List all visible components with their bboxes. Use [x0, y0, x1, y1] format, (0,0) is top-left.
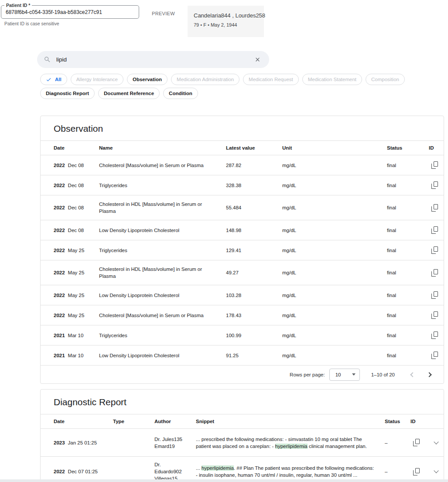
cell-date: 2022Dec 08 [54, 162, 99, 169]
cell-id [410, 437, 431, 448]
cell-name: Low Density Lipoprotein Cholesterol [99, 292, 226, 299]
diagnostic-report-row: 2023Jan 25 01:25Dr. Jules135 Emard19... … [41, 429, 444, 457]
copy-observation-id-button[interactable] [429, 330, 440, 341]
cell-date: 2023Jan 25 01:25 [54, 439, 113, 446]
pagination-range: 1–10 of 20 [371, 372, 395, 377]
filter-chip-composition[interactable]: Composition [366, 74, 405, 85]
next-page-button[interactable] [424, 369, 435, 380]
copy-report-id-button[interactable] [410, 466, 422, 477]
cell-date: 2022Dec 08 [54, 182, 99, 189]
filter-chip-label: Medication Statement [308, 77, 356, 82]
observation-row: 2022May 25Cholesterol in HDL [Mass/volum… [41, 260, 444, 285]
filter-chip-all[interactable]: All [40, 74, 67, 85]
rows-per-page-label: Rows per page: [290, 372, 325, 377]
filter-chip-medication-administration[interactable]: Medication Administration [171, 74, 239, 85]
column-header-date: Date [54, 145, 99, 150]
observation-row: 2021Mar 10Low Density Lipoprotein Choles… [41, 345, 444, 366]
column-header-author: Author [154, 419, 196, 424]
copy-observation-id-button[interactable] [429, 290, 440, 301]
cell-unit: mg/dL [282, 312, 387, 319]
filter-chip-document-reference[interactable]: Document Reference [98, 88, 160, 99]
cell-status: final [387, 182, 429, 189]
expand-row-button[interactable] [431, 437, 442, 448]
cell-id [429, 310, 444, 321]
content-copy-icon [431, 291, 438, 299]
clear-search-button[interactable] [253, 55, 263, 65]
cell-id [429, 225, 444, 236]
column-header-id: ID [410, 419, 431, 424]
cell-status: final [387, 269, 429, 276]
content-copy-icon [431, 311, 438, 319]
cell-id [429, 267, 444, 278]
patient-id-helper-text: Patient ID is case sensitive [4, 21, 59, 26]
copy-report-id-button[interactable] [410, 437, 422, 448]
cell-id [429, 290, 444, 301]
cell-date: 2022Dec 08 [54, 227, 99, 234]
patient-preview-card: Candelaria844 , Lourdes258 79 • F • May … [188, 6, 264, 37]
column-header-latest-value: Latest value [226, 145, 282, 150]
search-input[interactable] [56, 56, 253, 63]
rows-per-page-select[interactable]: 10 [329, 369, 360, 381]
cell-date: 2022Dec 07 01:25 [54, 468, 113, 475]
filter-chip-label: Diagnostic Report [46, 91, 89, 96]
copy-observation-id-button[interactable] [429, 267, 440, 278]
page-bottom-bar [0, 479, 448, 482]
snippet-highlight: hyperlipidemia [275, 444, 308, 449]
cell-name: Cholesterol in HDL [Mass/volume] in Seru… [99, 201, 226, 215]
copy-observation-id-button[interactable] [429, 225, 440, 236]
expand-row-button[interactable] [431, 466, 442, 477]
chevron-right-icon [427, 372, 431, 377]
copy-observation-id-button[interactable] [429, 160, 440, 171]
observation-row: 2022Dec 08Cholesterol [Mass/volume] in S… [41, 155, 444, 175]
cell-unit: mg/dL [282, 162, 387, 169]
cell-id [429, 180, 444, 191]
observation-row: 2022May 25Low Density Lipoprotein Choles… [41, 285, 444, 305]
filter-chip-condition[interactable]: Condition [163, 88, 198, 99]
copy-observation-id-button[interactable] [429, 202, 440, 213]
cell-status: – [385, 439, 410, 446]
snippet-highlight: hyperlipidemia [202, 465, 234, 471]
column-header-snippet: Snippet [196, 419, 385, 424]
cell-name: Low Density Lipoprotein Cholesterol [99, 352, 226, 359]
cell-status: final [387, 312, 429, 319]
search-icon [44, 56, 51, 63]
cell-unit: mg/dL [282, 269, 387, 276]
patient-meta: 79 • F • May 2, 1944 [194, 22, 258, 27]
content-copy-icon [431, 181, 438, 189]
cell-author: Dr. Jules135 Emard19 [154, 436, 196, 450]
cell-name: Triglycerides [99, 247, 226, 254]
copy-observation-id-button[interactable] [429, 310, 440, 321]
cell-status: final [387, 204, 429, 211]
cell-latest-value: 103.28 [226, 292, 282, 299]
content-copy-icon [413, 439, 420, 446]
check-icon [46, 77, 51, 82]
filter-chip-medication-statement[interactable]: Medication Statement [302, 74, 362, 85]
filter-chip-label: Document Reference [104, 91, 154, 96]
filter-chip-label: Medication Administration [177, 77, 234, 82]
cell-name: Cholesterol [Mass/volume] in Serum or Pl… [99, 162, 226, 169]
filter-chip-allergy-intolerance[interactable]: Allergy Intolerance [71, 74, 123, 85]
previous-page-button[interactable] [407, 369, 418, 380]
content-copy-icon [431, 204, 438, 212]
cell-latest-value: 55.484 [226, 204, 282, 211]
filter-chip-observation[interactable]: Observation [127, 74, 168, 85]
filter-chip-diagnostic-report[interactable]: Diagnostic Report [40, 88, 95, 99]
cell-snippet: ... prescribed the following medications… [196, 436, 385, 450]
copy-observation-id-button[interactable] [429, 180, 440, 191]
diagnostic-report-section: Diagnostic Report Date Type Author Snipp… [40, 389, 444, 482]
content-copy-icon [431, 269, 438, 277]
content-copy-icon [431, 332, 438, 339]
cell-latest-value: 328.38 [226, 182, 282, 189]
cell-id [429, 160, 444, 171]
filter-chip-medication-request[interactable]: Medication Request [243, 74, 299, 85]
cell-status: final [387, 162, 429, 169]
patient-name: Candelaria844 , Lourdes258 [194, 12, 258, 19]
copy-observation-id-button[interactable] [429, 350, 440, 361]
observation-section: Observation Date Name Latest value Unit … [40, 116, 444, 384]
cell-latest-value: 91.25 [226, 352, 282, 359]
cell-status: final [387, 332, 429, 339]
copy-observation-id-button[interactable] [429, 245, 440, 256]
observation-row: 2022Dec 08Low Density Lipoprotein Choles… [41, 220, 444, 240]
column-header-unit: Unit [282, 145, 387, 150]
diagnostic-report-section-title: Diagnostic Report [41, 390, 444, 414]
